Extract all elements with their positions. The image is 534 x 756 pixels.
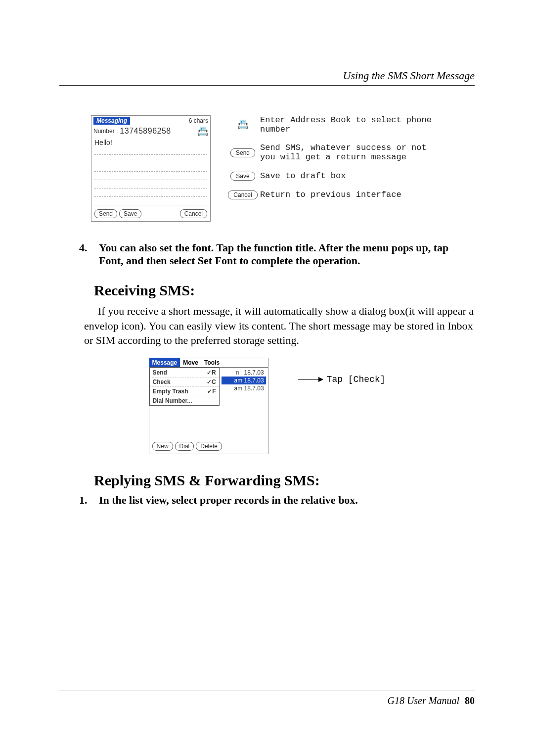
figure-message-list: Message Move Tools Send ✓R Check ✓C Empt… [59, 358, 475, 454]
dropdown-empty-label: Empty Trash [153, 388, 188, 395]
header-title: Using the SMS Short Message [343, 69, 475, 82]
address-book-icon[interactable]: 📇 [197, 127, 208, 136]
dropdown-empty-trash[interactable]: Empty Trash ✓F [150, 387, 219, 396]
step-4: 4. You can also set the font. Tap the fu… [79, 241, 475, 267]
number-value: 13745896258 [120, 127, 171, 136]
paragraph-receiving: If you receive a short message, it will … [84, 304, 475, 348]
save-button[interactable]: Save [119, 209, 141, 218]
cancel-button-sample: Cancel [228, 190, 257, 199]
text-line [94, 146, 207, 155]
dropdown-send-label: Send [153, 369, 167, 376]
list-cell: 18.7.03 [244, 369, 264, 376]
new-button[interactable]: New [152, 442, 173, 451]
message-body-text[interactable]: Hello! [94, 139, 207, 146]
number-label: Number : [93, 128, 118, 135]
step-text: You can also set the font. Tap the funct… [99, 241, 475, 267]
cancel-button[interactable]: Cancel [180, 209, 207, 218]
text-line [94, 163, 207, 172]
dropdown-check-label: Check [153, 378, 171, 385]
text-line [94, 197, 207, 205]
pda-screen-messaging: Messaging 6 chars Number : 13745896258 📇… [91, 115, 211, 222]
pda-title: Messaging [93, 117, 130, 125]
list-row[interactable]: n 18.7.03 [222, 369, 266, 377]
list-cell: am 18.7.03 [234, 377, 264, 384]
pda-screen-list: Message Move Tools Send ✓R Check ✓C Empt… [149, 358, 268, 454]
dropdown-check[interactable]: Check ✓C [150, 378, 219, 387]
tap-check-label: Tap [Check] [327, 375, 386, 384]
figure-messaging: Messaging 6 chars Number : 13745896258 📇… [59, 115, 475, 222]
text-line [94, 180, 207, 189]
dropdown-dial-label: Dial Number... [153, 397, 192, 404]
menu-message[interactable]: Message [149, 358, 180, 367]
text-line [94, 172, 207, 180]
dropdown-empty-key: ✓F [207, 388, 216, 395]
send-button[interactable]: Send [94, 209, 117, 218]
list-row[interactable]: am 18.7.03 [222, 384, 266, 392]
step-1: 1. In the list view, select proper recor… [79, 494, 475, 507]
list-cell: am 18.7.03 [234, 385, 264, 392]
save-button-sample: Save [230, 172, 255, 181]
callout-tap-check: Tap [Check] [298, 375, 386, 384]
dial-button[interactable]: Dial [175, 442, 194, 451]
step-text: In the list view, select proper records … [99, 494, 475, 507]
heading-replying-sms: Replying SMS & Forwarding SMS: [94, 472, 475, 489]
dropdown-send-key: ✓R [207, 369, 216, 376]
address-book-icon: 📇 [237, 119, 248, 129]
page-number: 80 [465, 695, 475, 706]
menu-move[interactable]: Move [180, 358, 201, 367]
send-button-sample: Send [230, 148, 255, 157]
dropdown-send[interactable]: Send ✓R [150, 368, 219, 378]
callout-cancel: Return to previous interface [260, 190, 401, 199]
step-number: 1. [79, 494, 99, 507]
callout-save: Save to draft box [260, 171, 346, 181]
list-row-selected[interactable]: am 18.7.03 [222, 377, 266, 384]
dropdown-dial-number[interactable]: Dial Number... [150, 396, 219, 405]
heading-receiving-sms: Receiving SMS: [94, 282, 475, 299]
text-line [94, 155, 207, 163]
callout-send: Send SMS, whatever success or not you wi… [260, 143, 443, 162]
message-dropdown: Send ✓R Check ✓C Empty Trash ✓F Dial Num… [149, 368, 220, 406]
page-footer: G18 User Manual 80 [59, 691, 475, 707]
running-header: Using the SMS Short Message [59, 69, 475, 86]
char-count: 6 chars [189, 117, 208, 124]
delete-button[interactable]: Delete [196, 442, 222, 451]
step-number: 4. [79, 241, 99, 267]
callout-address-book: Enter Address Book to select phone numbe… [260, 115, 443, 134]
callout-list: 📇 Enter Address Book to select phone num… [225, 115, 443, 208]
dropdown-check-key: ✓C [207, 378, 216, 385]
text-line [94, 189, 207, 197]
manual-title: G18 User Manual [387, 695, 459, 706]
menu-tools[interactable]: Tools [201, 358, 222, 367]
arrow-icon [298, 379, 323, 380]
list-cell: n [236, 369, 239, 376]
